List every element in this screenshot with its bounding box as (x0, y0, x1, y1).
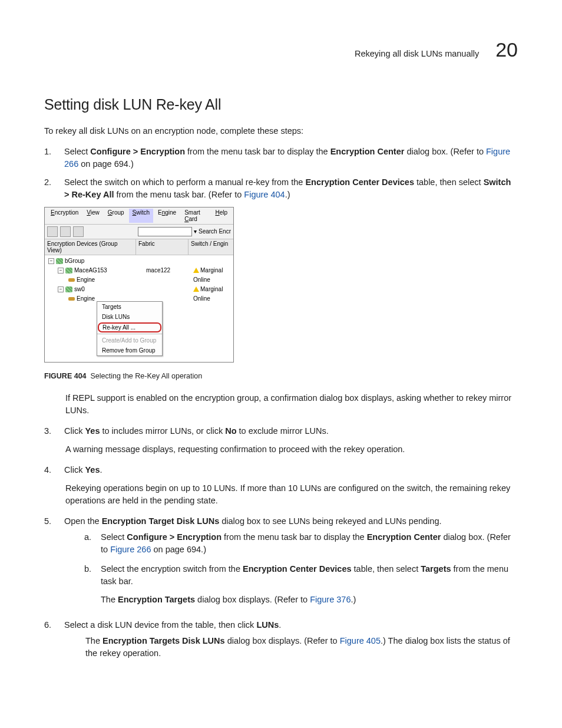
col-switch-engine: Switch / Engin (189, 239, 233, 255)
figure-266-link[interactable]: Figure 266 (110, 545, 151, 554)
col-fabric: Fabric (136, 239, 189, 255)
tree-row-mace[interactable]: −MaceAG153 mace122 Marginal (45, 266, 233, 275)
toolbar-icon-2[interactable] (60, 226, 71, 237)
search-input[interactable] (138, 227, 192, 236)
dropdown-icon[interactable]: ▾ (194, 228, 197, 235)
collapse-icon[interactable]: − (48, 258, 54, 264)
switch-icon (65, 268, 72, 274)
menu-help[interactable]: Help (211, 209, 231, 223)
switch-icon (65, 286, 72, 292)
header-title: Rekeying all disk LUNs manually (355, 48, 479, 60)
refresh-icon[interactable] (73, 226, 84, 237)
context-menu: Targets Disk LUNs Re-key All ... Create/… (97, 301, 163, 356)
figure-376-link[interactable]: Figure 376 (310, 595, 351, 604)
step-5: 5. Open the Encryption Target Disk LUNs … (44, 515, 518, 613)
intro-text: To rekey all disk LUNs on an encryption … (44, 125, 518, 137)
step-1: 1. Select Configure > Encryption from th… (44, 146, 518, 170)
repl-note: If REPL support is enabled on the encryp… (65, 392, 518, 417)
step-number: 3. (44, 425, 58, 437)
page-title: Setting disk LUN Re-key All (44, 94, 518, 115)
menu-smart-card[interactable]: Smart Card (181, 209, 210, 223)
tree-row-bgroup[interactable]: −bGroup (45, 256, 233, 266)
key-icon (68, 297, 75, 301)
figure-405-link[interactable]: Figure 405 (340, 636, 381, 645)
step-number: 6. (44, 619, 58, 631)
encryption-center-window: EEncryptionncryption View Group Switch E… (44, 207, 234, 363)
menu-view[interactable]: View (83, 209, 103, 223)
search-button[interactable]: Search Encr (199, 228, 231, 235)
collapse-icon[interactable]: − (58, 268, 64, 274)
ctx-create-group: Create/Add to Group (97, 335, 162, 345)
warning-note: A warning message displays, requesting c… (65, 443, 518, 456)
step-number: 5. (44, 515, 58, 613)
menu-switch[interactable]: Switch (129, 209, 153, 223)
collapse-icon[interactable]: − (58, 286, 64, 292)
toolbar-icon-1[interactable] (47, 226, 58, 237)
step-4: 4. Click Yes. (44, 464, 518, 476)
col-devices: Encryption Devices (Group View) (45, 239, 136, 255)
tree-row-engine-1[interactable]: Engine Online (45, 275, 233, 285)
device-tree: −bGroup −MaceAG153 mace122 Marginal Engi… (45, 255, 233, 362)
step-3: 3. Click Yes to includes mirror LUNs, or… (44, 425, 518, 437)
step-2: 2. Select the switch on which to perform… (44, 176, 518, 201)
page-running-header: Rekeying all disk LUNs manually 20 (44, 35, 518, 64)
ctx-remove-group[interactable]: Remove from Group (97, 345, 162, 355)
warning-icon (193, 268, 199, 273)
menu-engine[interactable]: Engine (154, 209, 180, 223)
warning-icon (193, 286, 199, 292)
ctx-disk-luns[interactable]: Disk LUNs (97, 312, 162, 322)
step-5b: b. Select the encryption switch from the… (64, 563, 518, 606)
ctx-targets[interactable]: Targets (97, 302, 162, 312)
step-number: 4. (44, 464, 58, 476)
ctx-rekey-all[interactable]: Re-key All ... (98, 322, 161, 332)
menu-group[interactable]: Group (104, 209, 128, 223)
chapter-number: 20 (495, 35, 518, 64)
menu-encryption[interactable]: EEncryptionncryption (47, 209, 82, 223)
figure-caption: FIGURE 404 Selecting the Re-Key All oper… (44, 371, 518, 381)
group-icon (56, 258, 63, 264)
step-6: 6. Select a disk LUN device from the tab… (44, 619, 518, 631)
step-number: 2. (44, 176, 58, 201)
toolbar: ▾ Search Encr (45, 225, 233, 239)
key-icon (68, 278, 75, 282)
separator (97, 334, 162, 334)
menubar: EEncryptionncryption View Group Switch E… (45, 207, 233, 225)
tree-row-sw0[interactable]: −sw0 Marginal (45, 285, 233, 294)
step-6-note: The Encryption Targets Disk LUNs dialog … (85, 635, 518, 660)
rekey-note: Rekeying operations begin on up to 10 LU… (65, 482, 518, 507)
step-5a: a. Select Configure > Encryption from th… (64, 531, 518, 556)
figure-404-link[interactable]: Figure 404 (244, 190, 285, 199)
table-header: Encryption Devices (Group View) Fabric S… (45, 239, 233, 255)
step-number: 1. (44, 146, 58, 170)
